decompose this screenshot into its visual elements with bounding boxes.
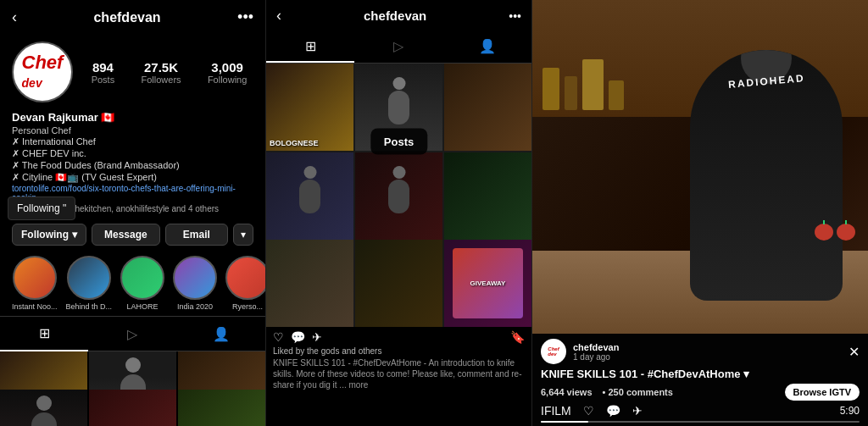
- duration-label: 5:90: [840, 405, 860, 417]
- shirt-text: RADIOHEAD: [727, 72, 805, 91]
- video-progress-bar[interactable]: [541, 421, 860, 423]
- followers-label: Followers: [141, 75, 181, 85]
- tab-grid-p2[interactable]: ⊞: [266, 31, 354, 63]
- posts-count: 894: [92, 60, 114, 75]
- caption-text-p2: KNIFE SKILLS 101 - #ChefDevAtHome - An i…: [273, 357, 525, 390]
- p2-cell-8[interactable]: [355, 240, 442, 327]
- stats-row: 894 Posts 27.5K Followers 3,009 Followin…: [85, 60, 253, 85]
- panel1-header: ‹ chefdevan •••: [0, 0, 265, 35]
- save-icon-p2[interactable]: 🔖: [510, 330, 525, 344]
- bio-line1: ✗ International Chef: [12, 136, 253, 147]
- story-label-1: Instant Noo...: [12, 302, 58, 311]
- following-label: Following: [208, 75, 247, 85]
- tab-tagged-p2[interactable]: 👤: [443, 31, 531, 63]
- bio-title: Personal Chef: [12, 125, 253, 136]
- story-behind[interactable]: Behind th D...: [66, 256, 113, 311]
- story-circle-5: [225, 256, 265, 300]
- person-figure: RADIOHEAD: [690, 50, 843, 301]
- panel2-header: ‹ chefdevan •••: [266, 0, 531, 31]
- p2-cell-7[interactable]: [266, 240, 353, 327]
- story-label-2: Behind th D...: [66, 302, 113, 311]
- liked-by-text: Liked by the gods and others: [273, 346, 525, 356]
- grid-cell-5[interactable]: [89, 390, 176, 426]
- story-label-4: India 2020: [177, 302, 213, 311]
- close-video-button[interactable]: ✕: [849, 344, 860, 360]
- tomatoes: [815, 224, 855, 241]
- tomato-1: [815, 224, 833, 241]
- avatar-logo: Chefdev: [22, 53, 64, 91]
- more-options-icon-p2[interactable]: •••: [509, 9, 521, 23]
- p2-cell-4[interactable]: [266, 152, 353, 240]
- channel-avatar: Chefdev: [541, 339, 566, 364]
- p2-cell-1[interactable]: BOLOGNESE: [266, 64, 353, 151]
- p2-cell-3[interactable]: [444, 64, 531, 151]
- bio-line3: ✗ The Food Dudes (Brand Ambassador): [12, 160, 253, 171]
- avatar-p1: Chefdev: [12, 41, 73, 102]
- profile-section: Chefdev 894 Posts 27.5K Followers 3,009 …: [0, 35, 265, 108]
- tabs-row: ⊞ ▷ 👤: [0, 316, 265, 351]
- story-ryerson[interactable]: Ryerso...: [225, 256, 265, 311]
- following-button[interactable]: Following ▾: [12, 224, 86, 246]
- video-bottom-bar: Chefdev chefdevan 1 day ago ✕ KNIFE SKIL…: [532, 334, 868, 426]
- email-button[interactable]: Email: [165, 224, 228, 246]
- story-circle-3: [120, 256, 164, 300]
- comment-icon-p2[interactable]: 💬: [291, 330, 305, 344]
- followers-count: 27.5K: [144, 60, 178, 75]
- story-circle-4: [173, 256, 217, 300]
- story-circle-2: [67, 256, 111, 300]
- tab-video-p2[interactable]: ▷: [354, 31, 442, 63]
- profile-username-p1: chefdevan: [93, 10, 160, 25]
- video-title-bar: KNIFE SKILLS 101 - #ChefDevAtHome ▾: [541, 368, 860, 380]
- tab-tagged[interactable]: 👤: [177, 317, 265, 351]
- tab-video[interactable]: ▷: [88, 317, 176, 351]
- back-icon-p2[interactable]: ‹: [276, 7, 281, 25]
- following-count: 3,009: [211, 60, 243, 75]
- channel-name: chefdevan: [573, 342, 842, 352]
- photo-grid-p1: BOLOGNESE: [0, 351, 265, 426]
- stat-following: 3,009 Following: [208, 60, 247, 85]
- posts-tooltip: Posts: [370, 128, 427, 154]
- profile-username-p2: chefdevan: [364, 8, 426, 23]
- action-buttons: Following ▾ Message Email ▾: [0, 219, 265, 251]
- panel-profile-mobile: ‹ chefdevan ••• Chefdev 894 Posts 27.5K …: [0, 0, 266, 426]
- panel-video: RADIOHEAD Chefdev chefdevan 1 day ago ✕ …: [532, 0, 868, 426]
- comment-icon-p3[interactable]: 💬: [606, 404, 620, 418]
- bio-name: Devan Rajkumar 🇨🇦: [12, 111, 253, 124]
- back-icon[interactable]: ‹: [12, 8, 17, 26]
- heart-icon-p2[interactable]: ♡: [273, 330, 284, 344]
- browse-igtv-button[interactable]: Browse IGTV: [785, 384, 860, 401]
- video-actions-row: ♡ 💬 ✈ 🔖: [273, 330, 525, 344]
- views-stat: 6,644 views: [541, 387, 593, 397]
- more-options-icon-p1[interactable]: •••: [237, 8, 253, 26]
- photo-grid-p2: BOLOGNESE Posts: [266, 64, 531, 240]
- panel-profile-desktop: ‹ chefdevan ••• ⊞ ▷ 👤 BOLOGNESE: [266, 0, 532, 426]
- grid-cell-4[interactable]: [0, 390, 87, 426]
- video-info-area: ♡ 💬 ✈ 🔖 Liked by the gods and others KNI…: [266, 327, 531, 426]
- bio-line4: ✗ Cityline 🇨🇦📺 (TV Guest Expert): [12, 172, 253, 183]
- stat-followers: 27.5K Followers: [141, 60, 181, 85]
- story-india[interactable]: India 2020: [173, 256, 217, 311]
- share-icon-p3[interactable]: ✈: [632, 404, 643, 418]
- p2-cell-6[interactable]: [444, 152, 531, 240]
- story-lahore[interactable]: LAHORE: [120, 256, 164, 311]
- expand-button[interactable]: ▾: [233, 224, 253, 246]
- bio-line2: ✗ CHEF DEV inc.: [12, 148, 253, 159]
- film-badge: IFILM: [541, 404, 571, 418]
- channel-info: chefdevan 1 day ago: [573, 342, 842, 362]
- heart-icon-p3[interactable]: ♡: [583, 404, 594, 418]
- tab-grid[interactable]: ⊞: [0, 317, 88, 351]
- p2-cell-5[interactable]: [355, 152, 442, 240]
- video-icons-row: IFILM ♡ 💬 ✈ 5:90: [541, 404, 860, 418]
- p2-cell-giveaway[interactable]: GIVEAWAY: [444, 240, 531, 327]
- stories-row: Instant Noo... Behind th D... LAHORE Ind…: [0, 251, 265, 316]
- channel-time: 1 day ago: [573, 352, 842, 362]
- grid-cell-6[interactable]: [178, 390, 265, 426]
- story-circle-1: [13, 256, 57, 300]
- story-instant-noodles[interactable]: Instant Noo...: [12, 256, 58, 311]
- story-label-5: Ryerso...: [232, 302, 263, 311]
- message-button[interactable]: Message: [92, 224, 160, 246]
- share-icon-p2[interactable]: ✈: [312, 330, 322, 344]
- bottom-grid-p2: GIVEAWAY: [266, 240, 531, 327]
- posts-label: Posts: [92, 75, 115, 85]
- video-stats-row: 6,644 views • 250 comments Browse IGTV: [541, 384, 860, 401]
